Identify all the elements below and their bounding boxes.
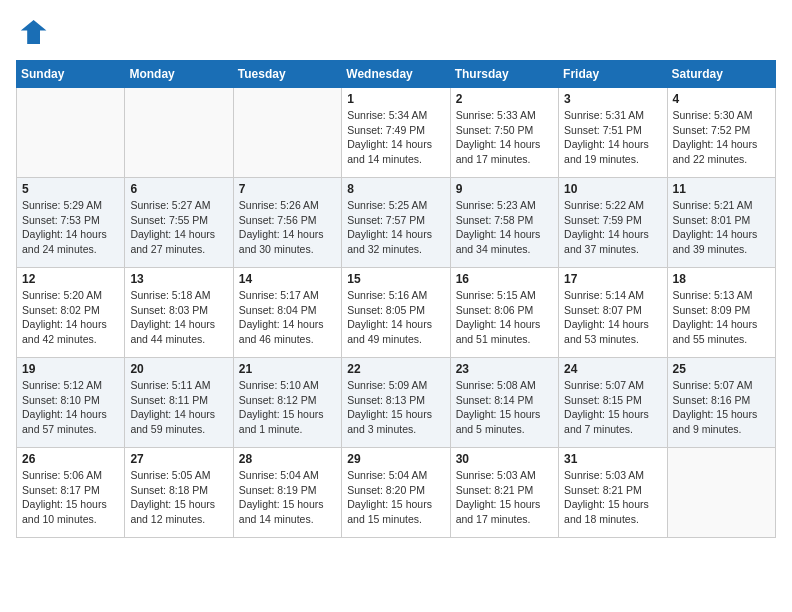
day-number: 2 [456, 92, 553, 106]
day-number: 19 [22, 362, 119, 376]
calendar-day-22: 22Sunrise: 5:09 AM Sunset: 8:13 PM Dayli… [342, 358, 450, 448]
day-info: Sunrise: 5:05 AM Sunset: 8:18 PM Dayligh… [130, 468, 227, 527]
calendar-day-21: 21Sunrise: 5:10 AM Sunset: 8:12 PM Dayli… [233, 358, 341, 448]
day-info: Sunrise: 5:06 AM Sunset: 8:17 PM Dayligh… [22, 468, 119, 527]
day-info: Sunrise: 5:27 AM Sunset: 7:55 PM Dayligh… [130, 198, 227, 257]
day-number: 15 [347, 272, 444, 286]
day-number: 16 [456, 272, 553, 286]
day-info: Sunrise: 5:09 AM Sunset: 8:13 PM Dayligh… [347, 378, 444, 437]
day-number: 3 [564, 92, 661, 106]
day-number: 26 [22, 452, 119, 466]
day-number: 11 [673, 182, 770, 196]
day-number: 7 [239, 182, 336, 196]
day-info: Sunrise: 5:07 AM Sunset: 8:16 PM Dayligh… [673, 378, 770, 437]
day-number: 5 [22, 182, 119, 196]
calendar-day-19: 19Sunrise: 5:12 AM Sunset: 8:10 PM Dayli… [17, 358, 125, 448]
day-info: Sunrise: 5:08 AM Sunset: 8:14 PM Dayligh… [456, 378, 553, 437]
day-number: 1 [347, 92, 444, 106]
weekday-header-wednesday: Wednesday [342, 61, 450, 88]
calendar-day-23: 23Sunrise: 5:08 AM Sunset: 8:14 PM Dayli… [450, 358, 558, 448]
day-info: Sunrise: 5:03 AM Sunset: 8:21 PM Dayligh… [564, 468, 661, 527]
calendar-day-16: 16Sunrise: 5:15 AM Sunset: 8:06 PM Dayli… [450, 268, 558, 358]
day-number: 13 [130, 272, 227, 286]
calendar-week-1: 1Sunrise: 5:34 AM Sunset: 7:49 PM Daylig… [17, 88, 776, 178]
day-info: Sunrise: 5:04 AM Sunset: 8:19 PM Dayligh… [239, 468, 336, 527]
weekday-header-sunday: Sunday [17, 61, 125, 88]
day-number: 27 [130, 452, 227, 466]
calendar-day-13: 13Sunrise: 5:18 AM Sunset: 8:03 PM Dayli… [125, 268, 233, 358]
calendar-body: 1Sunrise: 5:34 AM Sunset: 7:49 PM Daylig… [17, 88, 776, 538]
calendar-day-empty [17, 88, 125, 178]
day-info: Sunrise: 5:12 AM Sunset: 8:10 PM Dayligh… [22, 378, 119, 437]
calendar-day-5: 5Sunrise: 5:29 AM Sunset: 7:53 PM Daylig… [17, 178, 125, 268]
calendar-week-5: 26Sunrise: 5:06 AM Sunset: 8:17 PM Dayli… [17, 448, 776, 538]
day-number: 10 [564, 182, 661, 196]
day-info: Sunrise: 5:21 AM Sunset: 8:01 PM Dayligh… [673, 198, 770, 257]
day-info: Sunrise: 5:29 AM Sunset: 7:53 PM Dayligh… [22, 198, 119, 257]
calendar-day-3: 3Sunrise: 5:31 AM Sunset: 7:51 PM Daylig… [559, 88, 667, 178]
day-number: 29 [347, 452, 444, 466]
day-number: 21 [239, 362, 336, 376]
calendar-table: SundayMondayTuesdayWednesdayThursdayFrid… [16, 60, 776, 538]
calendar-day-6: 6Sunrise: 5:27 AM Sunset: 7:55 PM Daylig… [125, 178, 233, 268]
calendar-day-12: 12Sunrise: 5:20 AM Sunset: 8:02 PM Dayli… [17, 268, 125, 358]
day-info: Sunrise: 5:03 AM Sunset: 8:21 PM Dayligh… [456, 468, 553, 527]
day-info: Sunrise: 5:33 AM Sunset: 7:50 PM Dayligh… [456, 108, 553, 167]
weekday-header-friday: Friday [559, 61, 667, 88]
day-info: Sunrise: 5:13 AM Sunset: 8:09 PM Dayligh… [673, 288, 770, 347]
day-info: Sunrise: 5:31 AM Sunset: 7:51 PM Dayligh… [564, 108, 661, 167]
day-number: 8 [347, 182, 444, 196]
day-info: Sunrise: 5:34 AM Sunset: 7:49 PM Dayligh… [347, 108, 444, 167]
calendar-day-27: 27Sunrise: 5:05 AM Sunset: 8:18 PM Dayli… [125, 448, 233, 538]
calendar-day-25: 25Sunrise: 5:07 AM Sunset: 8:16 PM Dayli… [667, 358, 775, 448]
day-number: 12 [22, 272, 119, 286]
day-info: Sunrise: 5:30 AM Sunset: 7:52 PM Dayligh… [673, 108, 770, 167]
calendar-day-31: 31Sunrise: 5:03 AM Sunset: 8:21 PM Dayli… [559, 448, 667, 538]
day-number: 14 [239, 272, 336, 286]
day-number: 17 [564, 272, 661, 286]
calendar-day-24: 24Sunrise: 5:07 AM Sunset: 8:15 PM Dayli… [559, 358, 667, 448]
day-number: 28 [239, 452, 336, 466]
day-info: Sunrise: 5:18 AM Sunset: 8:03 PM Dayligh… [130, 288, 227, 347]
weekday-header-tuesday: Tuesday [233, 61, 341, 88]
day-info: Sunrise: 5:10 AM Sunset: 8:12 PM Dayligh… [239, 378, 336, 437]
day-info: Sunrise: 5:20 AM Sunset: 8:02 PM Dayligh… [22, 288, 119, 347]
calendar-day-8: 8Sunrise: 5:25 AM Sunset: 7:57 PM Daylig… [342, 178, 450, 268]
day-info: Sunrise: 5:16 AM Sunset: 8:05 PM Dayligh… [347, 288, 444, 347]
calendar-day-empty [667, 448, 775, 538]
weekday-row: SundayMondayTuesdayWednesdayThursdayFrid… [17, 61, 776, 88]
calendar-day-26: 26Sunrise: 5:06 AM Sunset: 8:17 PM Dayli… [17, 448, 125, 538]
logo-icon [16, 16, 48, 48]
day-info: Sunrise: 5:23 AM Sunset: 7:58 PM Dayligh… [456, 198, 553, 257]
day-info: Sunrise: 5:17 AM Sunset: 8:04 PM Dayligh… [239, 288, 336, 347]
day-info: Sunrise: 5:25 AM Sunset: 7:57 PM Dayligh… [347, 198, 444, 257]
day-number: 24 [564, 362, 661, 376]
calendar-day-4: 4Sunrise: 5:30 AM Sunset: 7:52 PM Daylig… [667, 88, 775, 178]
calendar-day-29: 29Sunrise: 5:04 AM Sunset: 8:20 PM Dayli… [342, 448, 450, 538]
day-number: 22 [347, 362, 444, 376]
calendar-header: SundayMondayTuesdayWednesdayThursdayFrid… [17, 61, 776, 88]
day-number: 20 [130, 362, 227, 376]
day-info: Sunrise: 5:22 AM Sunset: 7:59 PM Dayligh… [564, 198, 661, 257]
day-number: 6 [130, 182, 227, 196]
calendar-day-empty [125, 88, 233, 178]
calendar-day-empty [233, 88, 341, 178]
calendar-day-20: 20Sunrise: 5:11 AM Sunset: 8:11 PM Dayli… [125, 358, 233, 448]
logo [16, 16, 52, 48]
calendar-day-7: 7Sunrise: 5:26 AM Sunset: 7:56 PM Daylig… [233, 178, 341, 268]
calendar-week-4: 19Sunrise: 5:12 AM Sunset: 8:10 PM Dayli… [17, 358, 776, 448]
calendar-day-17: 17Sunrise: 5:14 AM Sunset: 8:07 PM Dayli… [559, 268, 667, 358]
weekday-header-monday: Monday [125, 61, 233, 88]
day-info: Sunrise: 5:26 AM Sunset: 7:56 PM Dayligh… [239, 198, 336, 257]
calendar-day-14: 14Sunrise: 5:17 AM Sunset: 8:04 PM Dayli… [233, 268, 341, 358]
calendar-day-28: 28Sunrise: 5:04 AM Sunset: 8:19 PM Dayli… [233, 448, 341, 538]
calendar-day-15: 15Sunrise: 5:16 AM Sunset: 8:05 PM Dayli… [342, 268, 450, 358]
calendar-day-10: 10Sunrise: 5:22 AM Sunset: 7:59 PM Dayli… [559, 178, 667, 268]
day-info: Sunrise: 5:11 AM Sunset: 8:11 PM Dayligh… [130, 378, 227, 437]
calendar-day-1: 1Sunrise: 5:34 AM Sunset: 7:49 PM Daylig… [342, 88, 450, 178]
calendar-day-18: 18Sunrise: 5:13 AM Sunset: 8:09 PM Dayli… [667, 268, 775, 358]
day-info: Sunrise: 5:07 AM Sunset: 8:15 PM Dayligh… [564, 378, 661, 437]
day-number: 18 [673, 272, 770, 286]
day-number: 23 [456, 362, 553, 376]
day-number: 31 [564, 452, 661, 466]
